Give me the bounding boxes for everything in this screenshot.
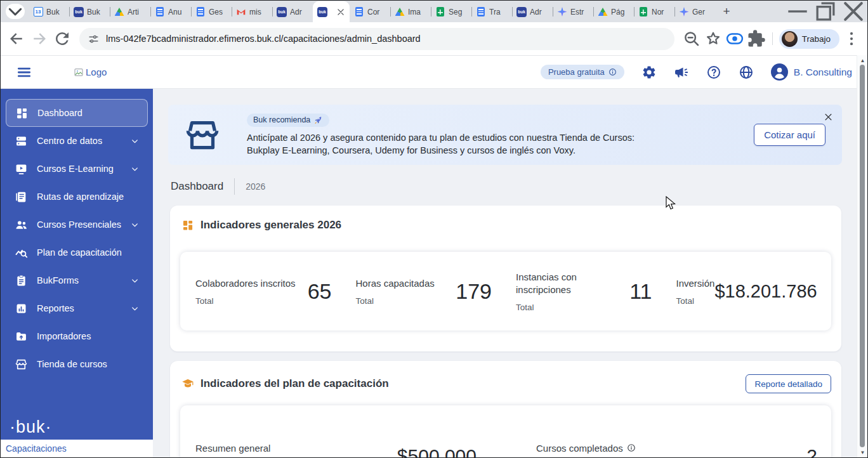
scroll-down-arrow[interactable]: ▼ [857,448,868,457]
tab[interactable]: Arti [110,1,150,22]
tab[interactable]: Estr [553,1,593,22]
forward-button[interactable] [30,29,49,48]
help-button[interactable] [706,65,721,80]
routes-icon [15,190,28,204]
tab[interactable]: 13Buk [29,1,69,22]
media-control-button[interactable] [725,29,744,48]
tab[interactable]: bukAdr [272,1,313,22]
zoom-button[interactable] [682,29,701,48]
sidebar-item-cursos-presenciales[interactable]: Cursos Presenciales [6,211,148,239]
info-icon[interactable] [627,443,636,452]
bookmark-button[interactable] [704,29,723,48]
language-button[interactable] [739,65,754,80]
chevron-down-icon [131,277,139,285]
general-indicators-row: Colaboradores inscritos Total 65 Horas c… [180,252,831,330]
scrollbar-thumb[interactable] [860,65,865,447]
tab-search-button[interactable] [6,4,25,19]
indicator-value: $500.000 [397,445,477,457]
chevron-down-icon [131,165,139,173]
minimize-button[interactable] [784,1,812,22]
new-tab-button[interactable]: + [718,3,735,20]
back-button[interactable] [7,29,26,48]
indicator-text: Resumen general Todos los procesos [195,442,270,458]
banner-close-button[interactable] [824,112,833,122]
sidebar-item-bukforms[interactable]: BukForms [6,266,148,294]
tab-active[interactable]: buk [313,1,350,22]
extensions-button[interactable] [747,29,766,48]
back-icon [7,29,26,48]
sidebar-item-label: Reportes [37,303,74,313]
account-name: B. Consulting [794,67,852,78]
sidebar-item-reportes[interactable]: Reportes [6,294,148,322]
close-window-button[interactable] [839,1,867,22]
quote-button[interactable]: Cotizar aquí [754,124,825,146]
sidebar-toggle-button[interactable] [16,64,32,81]
sidebar-item-cursos-e-learning[interactable]: Cursos E-Learning [6,155,148,183]
docs-favicon [476,7,486,17]
tab[interactable]: Tra [471,1,512,22]
announcements-button[interactable] [674,65,689,80]
breadcrumb: Dashboard 2026 [171,178,265,195]
buk-brand-logo: ·buk· [10,417,52,437]
indicator-label: Horas capacitadas [356,277,435,290]
sidebar-item-label: Dashboard [37,108,82,118]
site-settings-icon[interactable] [88,34,99,44]
sidebar-items: DashboardCentro de datosCursos E-Learnin… [1,99,153,378]
tab[interactable]: bukBuk [69,1,110,22]
tab-label: mis [249,8,268,16]
tab[interactable]: Nor [634,1,674,22]
tab[interactable]: Pág [593,1,634,22]
tab-label: Arti [128,8,146,16]
store-icon [15,358,28,371]
tab-label: Ges [209,8,227,16]
window-controls [784,1,867,22]
settings-button[interactable] [641,65,657,80]
tab-close-icon[interactable] [336,8,345,16]
sidebar-item-label: Centro de datos [37,136,102,146]
plan-indicators-card: Indicadores del plan de capacitación Rep… [170,361,841,457]
tab[interactable]: Seg [431,1,471,22]
detailed-report-button[interactable]: Reporte detallado [746,374,831,393]
app-logo[interactable]: Logo [73,67,107,77]
docs-favicon [195,7,206,17]
profile-chip[interactable]: Trabajo [779,29,839,49]
calendar-favicon: 13 [33,7,43,17]
sidebar-item-centro-de-datos[interactable]: Centro de datos [6,127,148,155]
reload-button[interactable] [53,29,72,48]
gemini-favicon [557,7,567,17]
three-dots-icon [842,29,861,48]
sidebar-item-rutas-de-aprendizaje[interactable]: Rutas de aprendizaje [6,183,148,211]
scroll-up-arrow[interactable]: ▲ [857,56,868,65]
sidebar-item-importadores[interactable]: Importadores [6,322,148,350]
tab[interactable]: Ima [390,1,431,22]
tab-label: Nor [652,8,670,16]
address-bar[interactable]: lms-042fe7bcadministrador.efimeros.buk.c… [79,28,674,50]
tab[interactable]: Ger [674,1,715,22]
browser-menu-button[interactable] [842,29,861,48]
trial-badge[interactable]: Prueba gratuita [541,65,624,79]
sidebar-item-tienda-de-cursos[interactable]: Tienda de cursos [6,350,148,378]
media-icon [725,29,744,48]
tab[interactable]: mis [232,1,272,22]
storefront-icon [182,116,223,154]
restore-button[interactable] [812,1,839,22]
trial-badge-label: Prueba gratuita [548,67,605,77]
sidebar-item-dashboard[interactable]: Dashboard [6,99,148,127]
sidebar-item-label: Cursos Presenciales [37,219,121,230]
breadcrumb-divider [234,178,235,195]
docs-favicon [354,7,364,17]
sidebar-item-plan-de-capacitaci-n[interactable]: Plan de capacitación [6,239,148,266]
app-header: Logo Prueba gratuita B. Consulting [1,56,867,89]
drive-favicon [395,7,405,17]
tab[interactable]: Cor [350,1,390,22]
gemini-favicon [679,7,689,17]
indicator-sublabel: Total [356,296,435,306]
indicator: Resumen general Todos los procesos $500.… [185,442,526,458]
page-scrollbar[interactable]: ▲ ▼ [857,55,867,457]
tab[interactable]: Anu [150,1,191,22]
tab[interactable]: Ges [191,1,232,22]
plan-indicators-row: Resumen general Todos los procesos $500.… [180,405,831,457]
tab[interactable]: bukAdr [512,1,553,22]
url-text: lms-042fe7bcadministrador.efimeros.buk.c… [106,34,421,44]
account-menu[interactable]: B. Consulting [771,63,852,81]
